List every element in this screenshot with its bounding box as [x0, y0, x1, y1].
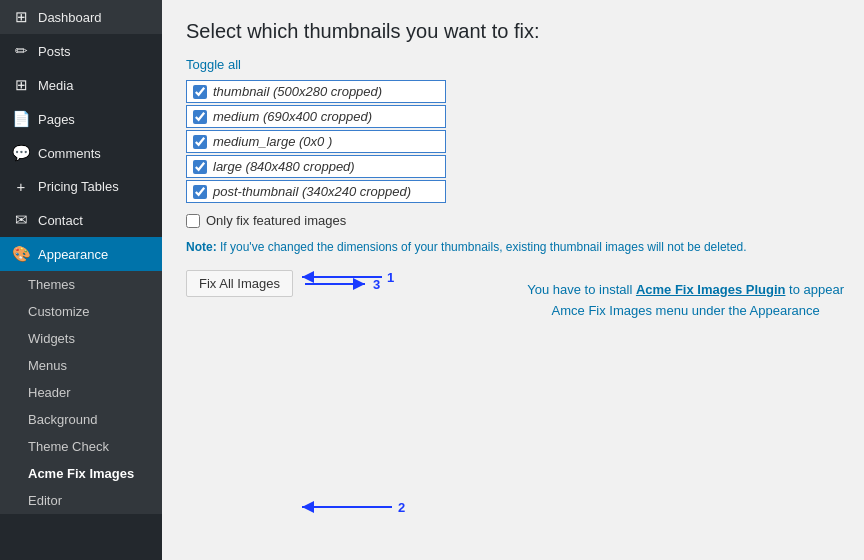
sidebar-item-media[interactable]: ⊞ Media: [0, 68, 162, 102]
submenu-item-acme-fix-images[interactable]: Acme Fix Images: [0, 460, 162, 487]
sidebar-item-posts[interactable]: ✏ Posts: [0, 34, 162, 68]
sidebar: ⊞ Dashboard ✏ Posts ⊞ Media 📄 Pages 💬 Co…: [0, 0, 162, 560]
checkbox-medium[interactable]: [193, 110, 207, 124]
checkbox-row-medium-large: medium_large (0x0 ): [186, 130, 446, 153]
checkbox-row-medium: medium (690x400 cropped): [186, 105, 446, 128]
checkbox-medium-large-label: medium_large (0x0 ): [213, 134, 332, 149]
submenu-item-widgets[interactable]: Widgets: [0, 325, 162, 352]
checkbox-large[interactable]: [193, 160, 207, 174]
contact-icon: ✉: [12, 211, 30, 229]
pricing-tables-icon: +: [12, 178, 30, 195]
info-text-after: to appear: [785, 282, 844, 297]
checkbox-thumbnail-label: thumbnail (500x280 cropped): [213, 84, 382, 99]
fix-all-images-button[interactable]: Fix All Images: [186, 270, 293, 297]
checkbox-post-thumbnail-label: post-thumbnail (340x240 cropped): [213, 184, 411, 199]
pages-icon: 📄: [12, 110, 30, 128]
checkbox-only-featured[interactable]: [186, 214, 200, 228]
info-text-line2: Amce Fix Images menu under the Appearanc…: [552, 303, 820, 318]
media-icon: ⊞: [12, 76, 30, 94]
note-content: If you've changed the dimensions of your…: [220, 240, 747, 254]
sidebar-item-contact[interactable]: ✉ Contact: [0, 203, 162, 237]
submenu-item-customize[interactable]: Customize: [0, 298, 162, 325]
sidebar-item-pricing-tables[interactable]: + Pricing Tables: [0, 170, 162, 203]
arrow2-annotation: 2: [282, 492, 412, 522]
checkbox-medium-label: medium (690x400 cropped): [213, 109, 372, 124]
thumbnail-checkbox-list: thumbnail (500x280 cropped) medium (690x…: [186, 80, 840, 203]
info-text-link[interactable]: Acme Fix Images Plugin: [636, 282, 786, 297]
svg-text:2: 2: [398, 500, 405, 515]
submenu-item-menus[interactable]: Menus: [0, 352, 162, 379]
dashboard-icon: ⊞: [12, 8, 30, 26]
submenu-item-editor[interactable]: Editor: [0, 487, 162, 514]
only-fix-featured-row: Only fix featured images: [186, 213, 840, 228]
submenu-item-themes[interactable]: Themes: [0, 271, 162, 298]
info-text-block: You have to install Acme Fix Images Plug…: [527, 280, 844, 322]
note-text: Note: If you've changed the dimensions o…: [186, 238, 840, 256]
sidebar-item-comments[interactable]: 💬 Comments: [0, 136, 162, 170]
checkbox-thumbnail[interactable]: [193, 85, 207, 99]
toggle-all-link[interactable]: Toggle all: [186, 57, 840, 72]
checkbox-medium-large[interactable]: [193, 135, 207, 149]
only-fix-featured-label: Only fix featured images: [206, 213, 346, 228]
page-title: Select which thumbnails you want to fix:: [186, 20, 840, 43]
appearance-icon: 🎨: [12, 245, 30, 263]
checkbox-row-post-thumbnail: post-thumbnail (340x240 cropped): [186, 180, 446, 203]
sidebar-item-dashboard[interactable]: ⊞ Dashboard: [0, 0, 162, 34]
submenu-item-background[interactable]: Background: [0, 406, 162, 433]
arrow3-annotation: 3: [305, 273, 385, 295]
checkbox-row-thumbnail: thumbnail (500x280 cropped): [186, 80, 446, 103]
checkbox-large-label: large (840x480 cropped): [213, 159, 355, 174]
submenu-item-header[interactable]: Header: [0, 379, 162, 406]
main-content: Select which thumbnails you want to fix:…: [162, 0, 864, 560]
comments-icon: 💬: [12, 144, 30, 162]
sidebar-item-appearance[interactable]: 🎨 Appearance: [0, 237, 162, 271]
appearance-submenu: Themes Customize Widgets Menus Header Ba…: [0, 271, 162, 514]
checkbox-row-large: large (840x480 cropped): [186, 155, 446, 178]
submenu-item-theme-check[interactable]: Theme Check: [0, 433, 162, 460]
svg-text:3: 3: [373, 277, 380, 292]
sidebar-item-pages[interactable]: 📄 Pages: [0, 102, 162, 136]
info-text-line1: You have to install: [527, 282, 636, 297]
posts-icon: ✏: [12, 42, 30, 60]
note-label: Note:: [186, 240, 217, 254]
checkbox-post-thumbnail[interactable]: [193, 185, 207, 199]
